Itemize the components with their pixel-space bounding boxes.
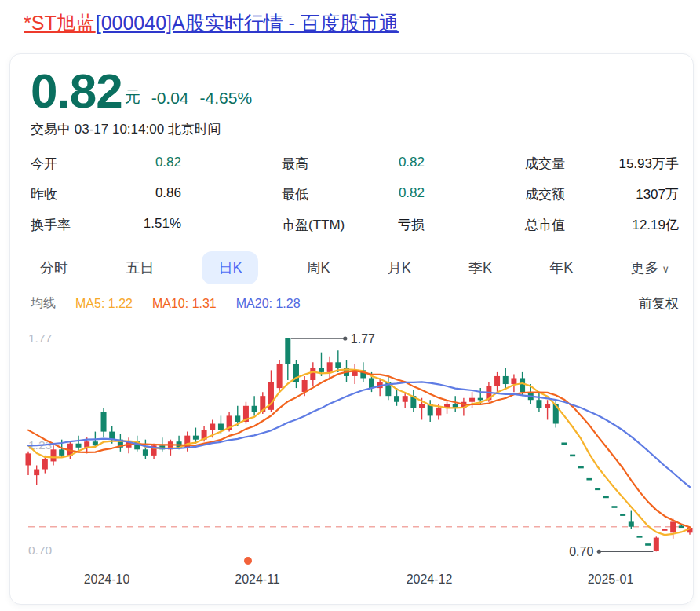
tab-daily-k[interactable]: 日K xyxy=(202,251,258,284)
tab-quarterly-k[interactable]: 季K xyxy=(459,251,501,284)
tab-yearly-k[interactable]: 年K xyxy=(540,251,582,284)
event-marker-dot[interactable] xyxy=(244,557,252,565)
price-unit: 元 xyxy=(125,86,140,108)
candle-up xyxy=(26,453,31,465)
stock-name: *ST旭蓝 xyxy=(24,12,96,34)
ma5-line xyxy=(28,369,690,535)
annotation-label: 1.77 xyxy=(351,332,375,346)
ma20-line xyxy=(28,382,690,487)
stat-market-cap: 总市值 12.19亿 xyxy=(525,216,679,234)
x-axis-labels: 2024-10 2024-11 2024-12 2025-01 xyxy=(10,567,693,595)
kline-tab-bar: 分时 五日 日K 周K 月K 季K 年K 更多∨ xyxy=(31,250,679,286)
candle-down xyxy=(335,362,341,368)
ma10-line xyxy=(28,371,690,527)
candle-up xyxy=(469,398,475,402)
candle-up xyxy=(419,404,425,408)
candle-down xyxy=(252,406,257,412)
x-axis-label: 2024-12 xyxy=(407,573,453,587)
page-title-link[interactable]: *ST旭蓝[000040]A股实时行情 - 百度股市通 xyxy=(24,10,399,36)
candle-up xyxy=(494,376,500,386)
chevron-down-icon: ∨ xyxy=(662,263,669,275)
current-price: 0.82 xyxy=(31,68,122,113)
title-rest: [000040]A股实时行情 - 百度股市通 xyxy=(96,12,399,34)
x-axis-label: 2025-01 xyxy=(588,573,634,587)
candle-up xyxy=(545,404,550,408)
tab-weekly-k[interactable]: 周K xyxy=(297,251,340,284)
adjust-mode-toggle[interactable]: 前复权 xyxy=(639,295,679,313)
candle-down xyxy=(478,398,483,401)
candle-down xyxy=(586,478,592,481)
ma10-value: MA10: 1.31 xyxy=(152,297,217,311)
candle-up xyxy=(34,470,39,476)
stat-low: 最低 0.82 xyxy=(282,185,425,203)
stat-prev-close: 昨收 0.86 xyxy=(31,185,181,203)
annotation-dot xyxy=(597,550,601,554)
candle-down xyxy=(679,525,684,528)
candle-up xyxy=(436,408,441,415)
price-change: -0.04 xyxy=(151,89,189,108)
candle-up xyxy=(210,424,215,430)
price-row: 0.82 元 -0.04 -4.65% xyxy=(31,68,679,113)
price-change-percent: -4.65% xyxy=(200,89,253,108)
candle-down xyxy=(520,378,525,392)
candle-down xyxy=(101,412,107,431)
candle-up xyxy=(42,459,48,470)
candle-up xyxy=(277,364,283,388)
ma20-value: MA20: 1.28 xyxy=(236,297,301,311)
tab-minute[interactable]: 分时 xyxy=(31,251,78,284)
candle-down xyxy=(285,338,290,364)
candle-down xyxy=(143,449,148,456)
stock-quote-page: *ST旭蓝[000040]A股实时行情 - 百度股市通 0.82 元 -0.04… xyxy=(0,0,700,611)
stat-turnover-rate: 换手率 1.51% xyxy=(31,216,181,234)
tab-more[interactable]: 更多∨ xyxy=(621,251,679,284)
y-axis-label: 1.77 xyxy=(28,331,52,345)
chart-area: 1.771.230.701.770.70 xyxy=(10,319,693,567)
stat-pe-ttm: 市盈(TTM) 亏损 xyxy=(282,216,425,234)
annotation-dot xyxy=(343,336,347,340)
candle-down xyxy=(218,424,224,430)
candle-up xyxy=(51,449,57,461)
candle-down xyxy=(193,436,199,440)
candle-down xyxy=(570,455,575,457)
ma-legend: 均线 MA5: 1.22 MA10: 1.31 MA20: 1.28 前复权 xyxy=(31,295,679,313)
candle-down xyxy=(636,536,642,538)
candle-up xyxy=(662,529,667,531)
candle-down xyxy=(561,443,567,445)
tab-five-day[interactable]: 五日 xyxy=(116,251,163,284)
candle-down xyxy=(76,444,82,448)
trading-status-line: 交易中 03-17 10:14:00 北京时间 xyxy=(31,120,679,138)
candle-down xyxy=(369,378,374,388)
x-axis-label: 2024-10 xyxy=(84,573,130,587)
candle-down xyxy=(578,466,584,469)
stat-amount: 成交额 1307万 xyxy=(525,185,679,203)
candle-up xyxy=(327,362,333,372)
candle-down xyxy=(503,376,509,384)
candlestick-chart[interactable]: 1.771.230.701.770.70 xyxy=(10,319,693,567)
candle-up xyxy=(670,521,676,532)
x-axis-label: 2024-11 xyxy=(235,573,280,587)
candle-down xyxy=(645,543,651,546)
candle-up xyxy=(310,368,315,380)
ma5-value: MA5: 1.22 xyxy=(75,297,133,311)
candle-down xyxy=(394,396,399,402)
tab-monthly-k[interactable]: 月K xyxy=(378,251,421,284)
ma-legend-title: 均线 xyxy=(31,295,56,312)
candle-down xyxy=(536,400,541,408)
candle-down xyxy=(59,449,64,456)
candle-down xyxy=(611,506,617,508)
candle-down xyxy=(319,368,324,372)
quote-card: 0.82 元 -0.04 -4.65% 交易中 03-17 10:14:00 北… xyxy=(9,53,694,605)
candle-down xyxy=(235,415,240,422)
stats-grid: 今开 0.82 最高 0.82 成交量 15.93万手 昨收 0.86 最低 xyxy=(31,155,679,234)
candle-up xyxy=(403,396,408,402)
candle-down xyxy=(629,521,634,526)
stat-open: 今开 0.82 xyxy=(31,155,181,173)
candle-down xyxy=(620,514,625,516)
candle-up xyxy=(302,380,308,392)
stat-high: 最高 0.82 xyxy=(282,155,425,173)
annotation-label: 0.70 xyxy=(569,545,593,558)
candle-down xyxy=(595,488,600,491)
stat-volume: 成交量 15.93万手 xyxy=(525,155,679,173)
y-axis-label: 0.70 xyxy=(28,543,53,557)
candle-down xyxy=(603,496,609,499)
